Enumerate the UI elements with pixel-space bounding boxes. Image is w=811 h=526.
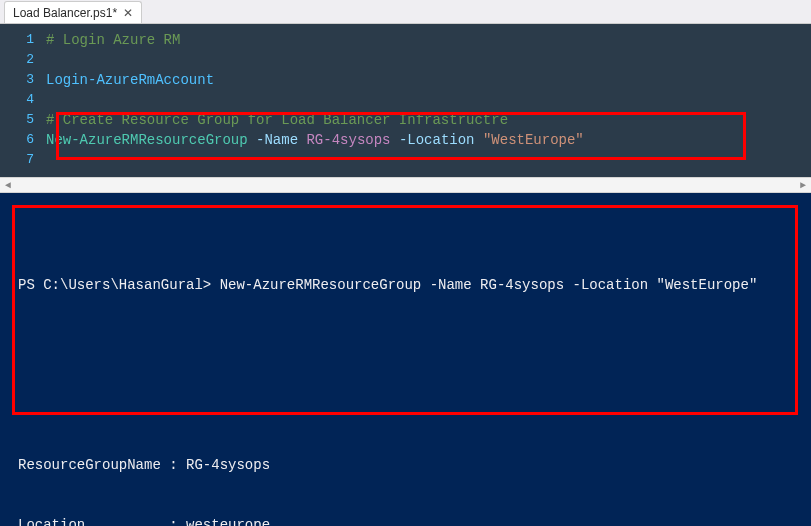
code-line[interactable]: 7 — [0, 150, 811, 170]
code-content: Login-AzureRmAccount — [46, 70, 214, 90]
highlight-annotation-terminal — [12, 205, 798, 415]
tab-bar: Load Balancer.ps1* ✕ — [0, 0, 811, 24]
line-number: 5 — [0, 110, 46, 130]
code-content: New-AzureRMResourceGroup -Name RG-4sysop… — [46, 130, 584, 150]
line-number: 2 — [0, 50, 46, 70]
line-number: 7 — [0, 150, 46, 170]
line-number: 1 — [0, 30, 46, 50]
terminal-blank — [18, 395, 793, 415]
code-line[interactable]: 3Login-AzureRmAccount — [0, 70, 811, 90]
terminal-command: PS C:\Users\HasanGural> New-AzureRMResou… — [18, 275, 793, 295]
horizontal-scrollbar[interactable]: ◄ ► — [0, 177, 811, 193]
code-line[interactable]: 1# Login Azure RM — [0, 30, 811, 50]
scroll-right-icon[interactable]: ► — [797, 179, 809, 191]
file-tab-label: Load Balancer.ps1* — [13, 6, 117, 20]
code-line[interactable]: 4 — [0, 90, 811, 110]
line-number: 4 — [0, 90, 46, 110]
line-number: 6 — [0, 130, 46, 150]
code-editor[interactable]: 1# Login Azure RM23Login-AzureRmAccount4… — [0, 24, 811, 177]
powershell-terminal[interactable]: PS C:\Users\HasanGural> New-AzureRMResou… — [0, 193, 811, 526]
file-tab[interactable]: Load Balancer.ps1* ✕ — [4, 1, 142, 23]
terminal-output-line: ResourceGroupName : RG-4sysops — [18, 455, 793, 475]
scroll-left-icon[interactable]: ◄ — [2, 179, 14, 191]
code-line[interactable]: 2 — [0, 50, 811, 70]
close-icon[interactable]: ✕ — [123, 7, 133, 19]
line-number: 3 — [0, 70, 46, 90]
terminal-output-line: Location : westeurope — [18, 515, 793, 526]
code-line[interactable]: 6New-AzureRMResourceGroup -Name RG-4syso… — [0, 130, 811, 150]
code-content: # Create Resource Group for Load Balance… — [46, 110, 508, 130]
terminal-blank — [18, 335, 793, 355]
code-content: # Login Azure RM — [46, 30, 180, 50]
code-line[interactable]: 5# Create Resource Group for Load Balanc… — [0, 110, 811, 130]
